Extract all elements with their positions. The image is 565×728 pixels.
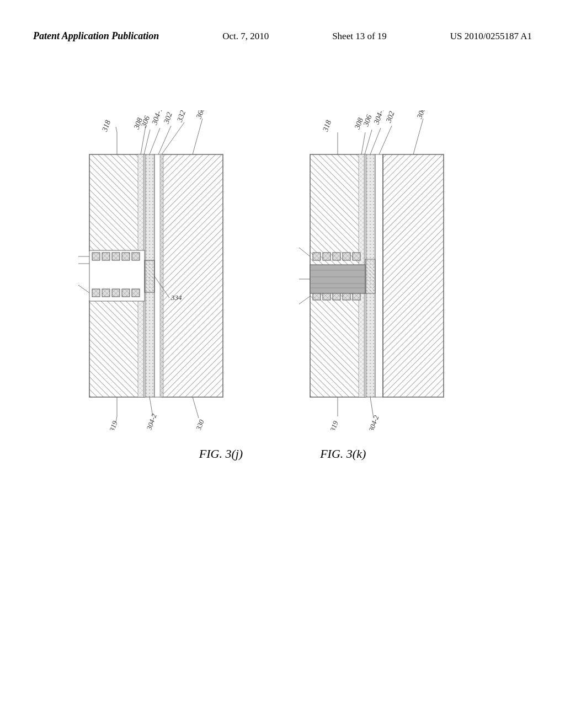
svg-rect-20 xyxy=(92,253,100,260)
svg-text:318: 318 xyxy=(100,119,113,133)
svg-rect-78 xyxy=(383,154,444,397)
svg-line-103 xyxy=(370,128,381,154)
svg-line-107 xyxy=(413,119,423,154)
svg-text:319: 319 xyxy=(108,420,119,430)
svg-rect-22 xyxy=(112,253,120,260)
page-header: Patent Application Publication Oct. 7, 2… xyxy=(0,30,565,42)
header-title: Patent Application Publication xyxy=(33,30,159,42)
svg-rect-29 xyxy=(132,289,140,297)
svg-text:318: 318 xyxy=(321,119,333,133)
diagram-area: 318 308 306 304-1 302 33 xyxy=(28,77,537,684)
svg-line-39 xyxy=(150,128,160,154)
svg-line-61 xyxy=(193,397,199,418)
svg-line-37 xyxy=(144,130,150,154)
svg-rect-91 xyxy=(310,265,365,293)
svg-rect-21 xyxy=(102,253,110,260)
svg-rect-30 xyxy=(145,260,154,292)
svg-rect-11 xyxy=(89,154,145,251)
svg-rect-85 xyxy=(353,253,360,260)
svg-line-114 xyxy=(299,296,310,306)
svg-rect-25 xyxy=(92,289,100,297)
svg-rect-96 xyxy=(365,259,375,293)
svg-line-109 xyxy=(299,245,310,256)
svg-line-99 xyxy=(361,132,365,154)
svg-rect-81 xyxy=(313,253,321,260)
svg-rect-27 xyxy=(112,289,120,297)
figure-3k-svg: 318 308 306 304-1 302 300 xyxy=(299,110,487,430)
svg-line-34 xyxy=(141,132,145,154)
svg-text:334: 334 xyxy=(170,293,182,302)
svg-line-32 xyxy=(116,127,117,132)
figures-row: 318 308 306 304-1 302 33 xyxy=(28,110,537,430)
svg-rect-12 xyxy=(89,301,145,397)
svg-line-43 xyxy=(162,122,184,154)
figure-3j-svg: 318 308 306 304-1 302 33 xyxy=(78,110,266,430)
svg-line-45 xyxy=(193,119,202,154)
svg-line-105 xyxy=(379,126,392,154)
svg-rect-23 xyxy=(122,253,130,260)
svg-rect-28 xyxy=(122,289,130,297)
svg-text:300: 300 xyxy=(415,110,427,120)
svg-text:304-2: 304-2 xyxy=(367,414,381,430)
header-date: Oct. 7, 2010 xyxy=(222,31,269,42)
svg-rect-26 xyxy=(102,289,110,297)
figure-3k-container: 318 308 306 304-1 302 300 xyxy=(299,110,487,430)
svg-text:330: 330 xyxy=(194,418,206,430)
svg-text:302: 302 xyxy=(384,110,396,124)
figure-3k-label: FIG. 3(k) xyxy=(320,447,366,461)
patent-page: Patent Application Publication Oct. 7, 2… xyxy=(0,0,565,728)
svg-text:332: 332 xyxy=(175,110,188,124)
svg-rect-77 xyxy=(375,154,383,397)
svg-text:306: 306 xyxy=(361,114,374,128)
svg-rect-15 xyxy=(162,154,223,397)
svg-rect-24 xyxy=(132,253,140,260)
figure-3j-container: 318 308 306 304-1 302 33 xyxy=(78,110,266,430)
svg-rect-82 xyxy=(323,253,331,260)
svg-text:360: 360 xyxy=(194,110,206,120)
svg-line-51 xyxy=(78,281,89,293)
figure-labels-row: FIG. 3(j) FIG. 3(k) xyxy=(199,447,366,461)
svg-text:304-1: 304-1 xyxy=(372,110,386,126)
header-patent-number: US 2010/0255187 A1 xyxy=(450,31,532,42)
svg-line-57 xyxy=(116,416,117,422)
svg-text:304-1: 304-1 xyxy=(150,110,164,126)
svg-rect-16 xyxy=(160,154,163,397)
svg-rect-84 xyxy=(343,253,350,260)
header-sheet: Sheet 13 of 19 xyxy=(332,31,387,42)
svg-text:319: 319 xyxy=(328,420,340,430)
svg-text:304-2: 304-2 xyxy=(145,413,158,430)
figure-3j-label: FIG. 3(j) xyxy=(199,447,243,461)
svg-line-101 xyxy=(365,130,372,154)
svg-text:302: 302 xyxy=(162,111,174,125)
svg-rect-83 xyxy=(333,253,340,260)
